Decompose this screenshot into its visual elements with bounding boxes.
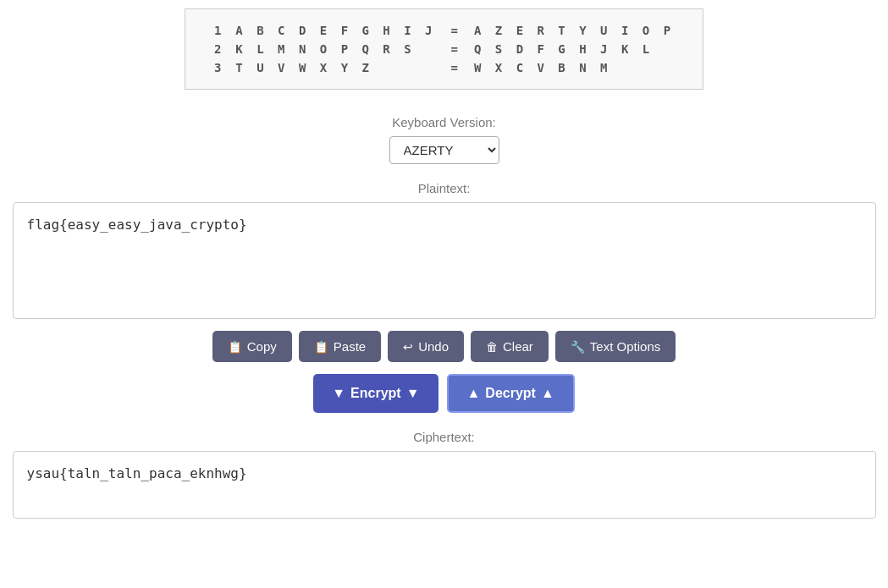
- keyboard-version-select[interactable]: AZERTYQWERTYQWERTZ: [389, 136, 499, 164]
- plaintext-wrapper: [13, 202, 876, 319]
- paste-icon: 📋: [314, 340, 328, 354]
- plaintext-textarea[interactable]: [27, 217, 862, 301]
- text-options-icon: 🔧: [571, 340, 585, 354]
- encrypt-label: Encrypt: [350, 386, 401, 401]
- text-options-button[interactable]: 🔧 Text Options: [555, 331, 676, 362]
- toolbar-buttons-row: 📋 Copy 📋 Paste ↩ Undo 🗑 Clear 🔧 Text Opt…: [0, 331, 888, 362]
- decrypt-label: Decrypt: [485, 386, 536, 401]
- encrypt-chevron-down2-icon: ▼: [406, 386, 420, 401]
- encrypt-button[interactable]: ▼ Encrypt ▼: [313, 374, 438, 413]
- clear-icon: 🗑: [486, 340, 498, 354]
- keyboard-table: 1A B C D E F G H I J=A Z E R T Y U I O P…: [185, 8, 703, 90]
- row-letters: K L M N O P Q R S: [232, 40, 438, 58]
- undo-label: Undo: [418, 339, 449, 354]
- paste-label: Paste: [334, 339, 366, 354]
- decrypt-chevron-up2-icon: ▲: [541, 386, 554, 401]
- ciphertext-section: Ciphertext: ysau{taln_taln_paca_eknhwg}: [0, 430, 888, 519]
- row-equals: =: [439, 21, 471, 40]
- clear-label: Clear: [503, 339, 533, 354]
- row-letters: A B C D E F G H I J: [232, 21, 438, 40]
- paste-button[interactable]: 📋 Paste: [299, 331, 381, 362]
- undo-icon: ↩: [403, 340, 413, 354]
- copy-label: Copy: [247, 339, 277, 354]
- row-number: 3: [211, 58, 232, 77]
- text-options-label: Text Options: [590, 339, 660, 354]
- decrypt-button[interactable]: ▲ Decrypt ▲: [447, 374, 575, 413]
- keyboard-table-row: 2K L M N O P Q R S=Q S D F G H J K L: [211, 40, 677, 58]
- ciphertext-label: Ciphertext:: [413, 430, 475, 444]
- plaintext-section: Plaintext:: [0, 181, 888, 319]
- copy-icon: 📋: [228, 340, 242, 354]
- plaintext-label: Plaintext:: [418, 181, 471, 195]
- ciphertext-wrapper: ysau{taln_taln_paca_eknhwg}: [13, 451, 876, 519]
- keyboard-table-section: 1A B C D E F G H I J=A Z E R T Y U I O P…: [0, 0, 888, 107]
- encrypt-decrypt-row: ▼ Encrypt ▼ ▲ Decrypt ▲: [0, 374, 888, 413]
- row-mapped: W X C V B N M: [471, 58, 677, 77]
- row-mapped: A Z E R T Y U I O P: [471, 21, 677, 40]
- encrypt-chevron-down-icon: ▼: [332, 386, 345, 401]
- clear-button[interactable]: 🗑 Clear: [471, 331, 549, 362]
- row-number: 1: [211, 21, 232, 40]
- row-mapped: Q S D F G H J K L: [471, 40, 677, 58]
- keyboard-table-row: 3T U V W X Y Z=W X C V B N M: [211, 58, 677, 77]
- keyboard-version-section: Keyboard Version: AZERTYQWERTYQWERTZ: [0, 115, 888, 164]
- row-equals: =: [439, 58, 471, 77]
- keyboard-version-label: Keyboard Version:: [392, 115, 496, 129]
- keyboard-table-row: 1A B C D E F G H I J=A Z E R T Y U I O P: [211, 21, 677, 40]
- row-number: 2: [211, 40, 232, 58]
- decrypt-chevron-up-icon: ▲: [467, 386, 481, 401]
- undo-button[interactable]: ↩ Undo: [388, 331, 464, 362]
- page-container: 1A B C D E F G H I J=A Z E R T Y U I O P…: [0, 0, 888, 519]
- copy-button[interactable]: 📋 Copy: [212, 331, 292, 362]
- ciphertext-value: ysau{taln_taln_paca_eknhwg}: [27, 465, 862, 481]
- cipher-table: 1A B C D E F G H I J=A Z E R T Y U I O P…: [211, 21, 677, 77]
- row-letters: T U V W X Y Z: [232, 58, 438, 77]
- row-equals: =: [439, 40, 471, 58]
